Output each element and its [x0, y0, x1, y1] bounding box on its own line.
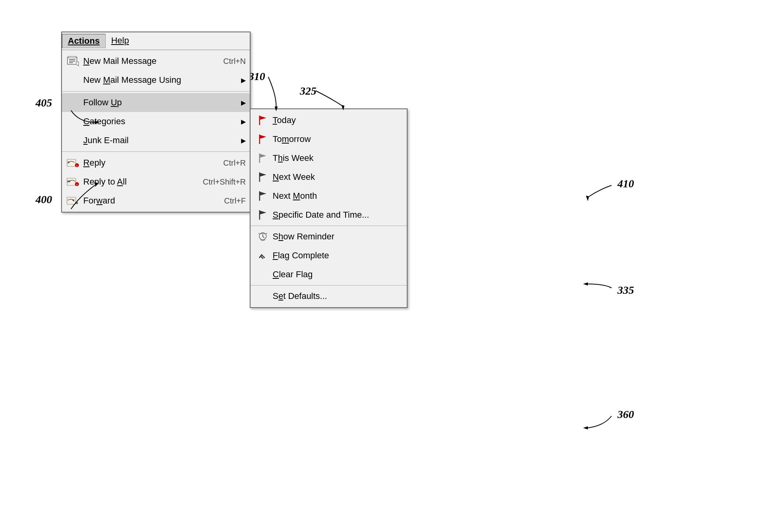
- reply-icon: !: [65, 156, 81, 170]
- menu-item-junk-email[interactable]: Junk E-mail ▶: [62, 131, 250, 150]
- submenu-item-this-week[interactable]: This Week: [251, 149, 407, 168]
- forward-icon: [65, 194, 81, 208]
- submenu-sep-2: [251, 285, 407, 286]
- svg-line-29: [263, 237, 264, 238]
- menu-item-reply-all[interactable]: ! Reply to All Ctrl+Shift+R: [62, 172, 250, 191]
- svg-text:!: !: [77, 164, 78, 168]
- new-mail-using-label: New Mail Message Using: [81, 75, 237, 85]
- sep-2: [62, 151, 250, 152]
- junk-email-label: Junk E-mail: [81, 135, 237, 146]
- menu-bar: Actions Help: [62, 32, 250, 50]
- svg-text:!: !: [77, 183, 78, 187]
- next-week-label: Next Week: [270, 172, 402, 182]
- actions-menu: Actions Help N: [61, 32, 251, 213]
- clear-flag-icon: [255, 268, 270, 281]
- annotation-405: 405: [36, 97, 52, 109]
- submenu-item-next-month[interactable]: Next Month: [251, 187, 407, 205]
- menu-bar-help[interactable]: Help: [106, 34, 135, 48]
- new-mail-using-arrow: ▶: [241, 77, 246, 84]
- reminder-icon: [255, 230, 270, 243]
- flag-complete-label: Flag Complete: [270, 250, 402, 261]
- menu-item-reply[interactable]: ! Reply Ctrl+R: [62, 153, 250, 172]
- reply-all-label: Reply to All: [81, 177, 195, 187]
- svg-line-31: [266, 233, 267, 234]
- this-week-label: This Week: [270, 153, 402, 163]
- submenu-item-next-week[interactable]: Next Week: [251, 168, 407, 187]
- categories-label: Categories: [81, 116, 237, 127]
- submenu-item-clear-flag[interactable]: Clear Flag: [251, 265, 407, 284]
- specific-date-flag-icon: [255, 208, 270, 222]
- new-mail-using-icon: [65, 73, 81, 87]
- menu-item-forward[interactable]: Forward Ctrl+F: [62, 191, 250, 210]
- follow-up-icon: [65, 95, 81, 110]
- junk-email-arrow: ▶: [241, 137, 246, 144]
- reply-all-shortcut: Ctrl+Shift+R: [203, 177, 246, 187]
- svg-rect-8: [68, 56, 76, 58]
- reply-all-icon: !: [65, 175, 81, 189]
- svg-rect-7: [67, 57, 77, 64]
- show-reminder-label: Show Reminder: [270, 231, 402, 242]
- forward-label: Forward: [81, 196, 216, 206]
- annotation-310: 310: [249, 70, 265, 83]
- submenu-sep-1: [251, 226, 407, 226]
- submenu-item-show-reminder[interactable]: Show Reminder: [251, 227, 407, 246]
- flag-complete-icon: [255, 249, 270, 262]
- specific-date-label: Specific Date and Time...: [270, 210, 402, 220]
- menu-item-follow-up[interactable]: Follow Up ▶: [62, 93, 250, 112]
- actions-menu-items: New Mail Message Ctrl+N New Mail Message…: [62, 50, 250, 212]
- submenu-item-tomorrow[interactable]: Tomorrow: [251, 130, 407, 149]
- junk-email-icon: [65, 133, 81, 147]
- svg-marker-6: [586, 196, 589, 201]
- svg-marker-4: [583, 282, 588, 286]
- new-mail-label: New Mail Message: [81, 56, 215, 66]
- svg-line-30: [258, 233, 260, 234]
- followup-submenu: Today Tomorrow This Week: [250, 108, 408, 308]
- svg-marker-12: [76, 62, 79, 66]
- follow-up-label: Follow Up: [81, 97, 237, 108]
- forward-shortcut: Ctrl+F: [224, 196, 246, 205]
- next-week-flag-icon: [255, 170, 270, 184]
- annotation-400: 400: [36, 193, 52, 206]
- this-week-flag-icon: [255, 151, 270, 165]
- annotation-410: 410: [617, 177, 634, 190]
- set-defaults-icon: [255, 289, 270, 303]
- annotation-360: 360: [617, 408, 634, 421]
- submenu-item-specific-date[interactable]: Specific Date and Time...: [251, 205, 407, 224]
- menu-item-new-mail-using[interactable]: New Mail Message Using ▶: [62, 71, 250, 90]
- new-mail-shortcut: Ctrl+N: [223, 57, 246, 66]
- menu-item-new-mail[interactable]: New Mail Message Ctrl+N: [62, 52, 250, 71]
- menu-item-categories[interactable]: Categories ▶: [62, 112, 250, 131]
- clear-flag-label: Clear Flag: [270, 269, 402, 280]
- sep-1: [62, 91, 250, 91]
- reply-shortcut: Ctrl+R: [223, 159, 246, 168]
- new-mail-icon: [65, 54, 81, 68]
- submenu-item-flag-complete[interactable]: Flag Complete: [251, 246, 407, 265]
- svg-marker-5: [583, 426, 588, 429]
- menu-bar-actions[interactable]: Actions: [62, 34, 106, 48]
- today-label: Today: [270, 115, 402, 125]
- categories-icon: [65, 114, 81, 129]
- categories-arrow: ▶: [241, 118, 246, 125]
- submenu-item-today[interactable]: Today: [251, 111, 407, 130]
- set-defaults-label: Set Defaults...: [270, 291, 402, 301]
- annotation-335: 335: [617, 284, 634, 297]
- next-month-label: Next Month: [270, 191, 402, 201]
- svg-rect-19: [67, 197, 76, 204]
- today-flag-icon: [255, 114, 270, 127]
- annotation-325: 325: [300, 85, 316, 97]
- follow-up-arrow: ▶: [241, 99, 246, 106]
- submenu-item-set-defaults[interactable]: Set Defaults...: [251, 287, 407, 306]
- menu-wrapper: Actions Help N: [61, 32, 251, 213]
- reply-label: Reply: [81, 158, 215, 168]
- next-month-flag-icon: [255, 189, 270, 203]
- tomorrow-label: Tomorrow: [270, 134, 402, 144]
- tomorrow-flag-icon: [255, 133, 270, 146]
